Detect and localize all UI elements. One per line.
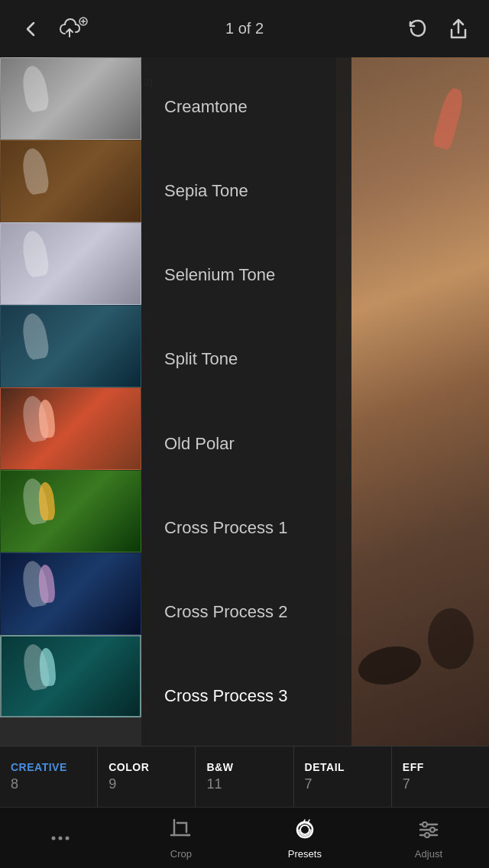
header: 1 of 2 <box>0 0 489 57</box>
thumbnail-5[interactable] <box>0 387 141 470</box>
more-icon <box>47 824 74 852</box>
nav-presets[interactable]: Presets <box>288 816 322 860</box>
nav-crop-label: Crop <box>170 848 192 860</box>
preset-list: Creamtone Sepia Tone Selenium Tone Split… <box>141 57 351 746</box>
nav-presets-label: Presets <box>288 848 322 860</box>
nav-adjust-label: Adjust <box>415 848 442 860</box>
thumbnail-3[interactable] <box>0 222 141 305</box>
tab-detail-label: DETAIL <box>305 761 345 773</box>
thumbnail-7[interactable] <box>0 552 141 635</box>
header-title: 1 of 2 <box>225 20 264 37</box>
preset-selenium-tone[interactable]: Selenium Tone <box>157 254 336 296</box>
preset-panel: Creamtone Sepia Tone Selenium Tone Split… <box>0 57 351 746</box>
preset-creamtone[interactable]: Creamtone <box>157 86 336 128</box>
preset-split-tone[interactable]: Split Tone <box>157 338 336 380</box>
svg-point-10 <box>430 828 435 832</box>
nav-crop[interactable]: Crop <box>167 816 195 860</box>
svg-point-11 <box>425 833 429 837</box>
adjust-icon <box>415 816 442 844</box>
tab-effects[interactable]: EFF 7 <box>392 747 489 807</box>
svg-point-9 <box>423 822 427 827</box>
svg-point-5 <box>300 825 309 834</box>
tab-creative-count: 8 <box>11 776 18 792</box>
tab-color-count: 9 <box>108 776 116 792</box>
tab-bw[interactable]: B&W 11 <box>196 747 293 807</box>
preset-cross-process-3[interactable]: Cross Process 3 <box>157 675 336 717</box>
undo-button[interactable] <box>400 14 431 44</box>
preset-cross-process-2[interactable]: Cross Process 2 <box>157 591 336 633</box>
share-button[interactable] <box>443 14 474 44</box>
svg-point-2 <box>58 836 62 840</box>
tab-color[interactable]: COLOR 9 <box>98 747 196 807</box>
thumbnail-6[interactable] <box>0 470 141 552</box>
header-right <box>400 14 474 44</box>
tab-detail-count: 7 <box>305 776 313 792</box>
crop-icon <box>167 816 195 844</box>
preset-old-polar[interactable]: Old Polar <box>157 423 336 465</box>
svg-point-1 <box>51 836 55 840</box>
cloud-upload-icon[interactable] <box>58 14 89 44</box>
thumbnails-strip <box>0 57 141 746</box>
thumbnail-4[interactable] <box>0 305 141 387</box>
preset-sepia-tone[interactable]: Sepia Tone <box>157 170 336 212</box>
presets-icon <box>291 816 319 844</box>
thumbnail-8[interactable] <box>0 635 141 717</box>
tab-bw-count: 11 <box>206 776 222 792</box>
tab-effects-label: EFF <box>403 761 424 773</box>
tab-creative[interactable]: CREATIVE 8 <box>0 747 98 807</box>
tab-creative-label: CREATIVE <box>11 761 67 773</box>
tab-bw-label: B&W <box>206 761 233 773</box>
tab-effects-count: 7 <box>403 776 410 792</box>
header-left <box>15 14 89 44</box>
back-button[interactable] <box>15 14 46 44</box>
preset-cross-process-1[interactable]: Cross Process 1 <box>157 507 336 549</box>
nav-adjust[interactable]: Adjust <box>415 816 442 860</box>
thumbnail-1[interactable] <box>0 57 141 140</box>
tab-detail[interactable]: DETAIL 7 <box>294 747 392 807</box>
bottom-tabs: CREATIVE 8 COLOR 9 B&W 11 DETAIL 7 EFF 7 <box>0 746 489 807</box>
bottom-nav: Crop Presets Adjust <box>0 807 489 868</box>
main-photo <box>336 57 489 746</box>
thumbnail-2[interactable] <box>0 140 141 222</box>
tab-color-label: COLOR <box>108 761 149 773</box>
svg-point-3 <box>65 836 69 840</box>
nav-more[interactable] <box>47 824 74 852</box>
